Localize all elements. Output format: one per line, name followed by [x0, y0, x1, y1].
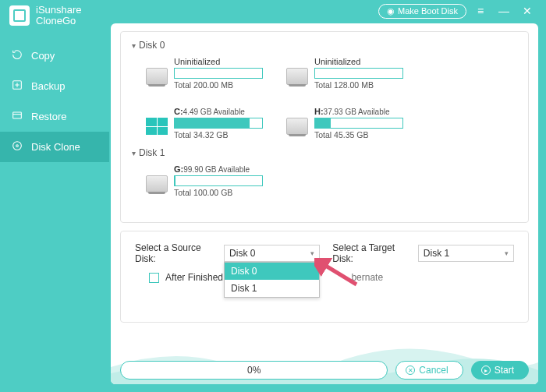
cancel-button[interactable]: ✕ Cancel: [395, 361, 463, 380]
disk-header-1[interactable]: ▾ Disk 1: [132, 144, 517, 161]
volume-uninit-1[interactable]: Uninitialized Total 128.00 MB: [286, 57, 403, 90]
volume-label: Uninitialized: [174, 57, 263, 66]
minimize-icon: —: [498, 5, 509, 17]
copy-icon: [11, 48, 23, 63]
usage-bar: [314, 118, 403, 129]
minimize-button[interactable]: —: [495, 3, 513, 19]
sidebar-item-label: Restore: [31, 111, 67, 122]
chevron-down-icon: ▾: [132, 41, 136, 50]
close-button[interactable]: ✕: [518, 3, 537, 19]
sidebar-item-label: Backup: [31, 80, 65, 92]
progress-text: 0%: [247, 365, 261, 376]
volume-total: Total 100.00 GB: [174, 188, 263, 197]
volume-label: C:4.49 GB Available: [174, 107, 263, 116]
source-disk-dropdown-list: Disk 0 Disk 1: [224, 262, 320, 298]
sidebar-item-backup[interactable]: Backup: [0, 71, 109, 101]
hibernate-label-fragment: bernate: [351, 272, 383, 283]
progress-bar: 0%: [120, 361, 388, 380]
brand-line2: CloneGo: [36, 16, 82, 26]
sidebar-item-disk-clone[interactable]: Disk Clone: [0, 132, 109, 162]
disk-label: Disk 0: [139, 40, 165, 51]
volume-h[interactable]: H:37.93 GB Available Total 45.35 GB: [286, 107, 403, 139]
usage-bar: [174, 175, 263, 186]
volume-c[interactable]: C:4.49 GB Available Total 34.32 GB: [146, 107, 263, 139]
volume-label: Uninitialized: [314, 57, 403, 66]
start-label: Start: [495, 365, 514, 376]
select-value: Disk 0: [229, 248, 255, 259]
sidebar-item-label: Copy: [31, 50, 55, 62]
disk-icon: [146, 68, 168, 85]
disk-list-panel: ▾ Disk 0 Uninitialized Total 200.00 MB U…: [120, 31, 529, 223]
target-disk-select[interactable]: Disk 1 ▾: [418, 245, 514, 262]
cancel-icon: ✕: [406, 366, 415, 375]
close-icon: ✕: [523, 5, 532, 17]
restore-icon: [11, 109, 23, 124]
volume-label: G:99.90 GB Available: [174, 164, 263, 174]
sidebar-item-restore[interactable]: Restore: [0, 101, 109, 132]
disk-icon: [286, 68, 308, 85]
brand-text: iSunshare CloneGo: [36, 5, 82, 26]
chevron-down-icon: ▾: [310, 249, 314, 257]
dropdown-option-disk0[interactable]: Disk 0: [225, 263, 319, 280]
volume-label: H:37.93 GB Available: [314, 107, 403, 116]
disk-label: Disk 1: [139, 147, 165, 158]
svg-rect-1: [13, 112, 22, 118]
sidebar-item-label: Disk Clone: [31, 141, 80, 153]
cancel-label: Cancel: [419, 365, 448, 376]
volume-total: Total 45.35 GB: [314, 130, 403, 139]
brand-line1: iSunshare: [36, 5, 82, 16]
usage-bar: [314, 68, 403, 79]
volume-g[interactable]: G:99.90 GB Available Total 100.00 GB: [146, 164, 263, 197]
start-icon: ▸: [481, 366, 491, 375]
windows-icon: [146, 118, 168, 135]
usage-bar: [174, 68, 263, 79]
volume-total: Total 200.00 MB: [174, 80, 263, 90]
after-finished-checkbox[interactable]: [149, 273, 159, 283]
target-disk-label: Select a Target Disk:: [332, 242, 412, 264]
backup-icon: [11, 79, 23, 94]
usage-bar: [174, 118, 263, 129]
after-finished-label: After Finished:: [165, 272, 225, 283]
volume-uninit-0[interactable]: Uninitialized Total 200.00 MB: [146, 57, 263, 90]
brand: iSunshare CloneGo: [0, 2, 109, 41]
menu-button[interactable]: ≡: [471, 3, 490, 19]
logo-icon: [9, 5, 30, 26]
start-button[interactable]: ▸ Start: [471, 361, 529, 380]
svg-point-3: [16, 145, 19, 147]
main-content: ▾ Disk 0 Uninitialized Total 200.00 MB U…: [111, 23, 538, 384]
sidebar: iSunshare CloneGo Copy Backup Restore Di…: [0, 22, 109, 392]
disc-icon: ◉: [387, 6, 395, 16]
disk-icon: [286, 118, 308, 135]
controls-panel: Select a Source Disk: Disk 0 ▾ Disk 0 Di…: [120, 231, 529, 323]
source-disk-label: Select a Source Disk:: [135, 242, 218, 264]
disk-icon: [146, 175, 168, 192]
make-boot-disk-button[interactable]: ◉ Make Boot Disk: [378, 4, 466, 19]
svg-point-2: [13, 142, 22, 150]
sidebar-item-copy[interactable]: Copy: [0, 41, 109, 71]
chevron-down-icon: ▾: [505, 249, 509, 257]
source-disk-select[interactable]: Disk 0 ▾ Disk 0 Disk 1: [224, 245, 320, 262]
dropdown-option-disk1[interactable]: Disk 1: [225, 280, 319, 297]
volume-total: Total 128.00 MB: [314, 80, 403, 90]
select-value: Disk 1: [424, 248, 449, 259]
disk-header-0[interactable]: ▾ Disk 0: [132, 37, 517, 54]
make-boot-label: Make Boot Disk: [398, 6, 458, 16]
hamburger-icon: ≡: [477, 5, 484, 17]
disk-clone-icon: [11, 139, 23, 154]
chevron-down-icon: ▾: [132, 149, 136, 157]
volume-total: Total 34.32 GB: [174, 130, 263, 139]
